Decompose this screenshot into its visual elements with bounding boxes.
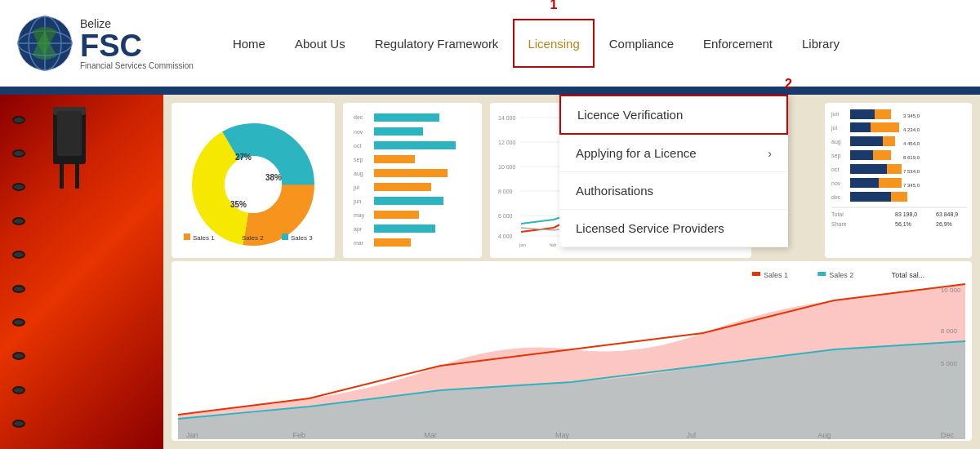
dropdown-licence-verification-label: Licence Verification [577, 108, 683, 122]
svg-rect-110 [817, 272, 826, 276]
svg-text:7 534,0: 7 534,0 [903, 169, 920, 174]
svg-text:4 000: 4 000 [498, 233, 513, 239]
logo-subtitle: Financial Services Commission [80, 61, 194, 70]
svg-text:mar: mar [354, 240, 364, 246]
dropdown-licensed-providers[interactable]: Licensed Service Providers [559, 210, 788, 247]
data-table-chart: jun jul aug sep oct nov dec [830, 108, 969, 255]
spiral-ring [12, 420, 25, 428]
svg-text:Aug: Aug [817, 431, 831, 439]
bar-chart-container: dec nov oct sep aug jul jun may apr mar [343, 103, 482, 258]
svg-rect-108 [752, 272, 760, 276]
svg-rect-81 [879, 178, 902, 188]
svg-text:6 000: 6 000 [498, 213, 513, 219]
svg-rect-8 [75, 164, 79, 189]
spiral-ring [12, 217, 25, 225]
svg-rect-7 [60, 164, 64, 189]
svg-text:sep: sep [354, 157, 363, 163]
svg-rect-38 [374, 211, 419, 219]
svg-text:may: may [354, 212, 365, 219]
svg-text:63 848,9: 63 848,9 [936, 211, 958, 217]
dropdown-authorisations-label: Authorisations [576, 184, 653, 198]
svg-text:10 000: 10 000 [941, 287, 961, 294]
fsc-logo-icon [16, 15, 74, 72]
svg-rect-28 [374, 141, 456, 149]
data-table-container: jun jul aug sep oct nov dec [825, 103, 972, 258]
svg-rect-75 [873, 150, 891, 160]
svg-text:3 345,0: 3 345,0 [903, 113, 920, 118]
svg-rect-72 [883, 136, 895, 146]
svg-text:dec: dec [354, 114, 363, 120]
dropdown-licence-verification[interactable]: Licence Verification [559, 95, 788, 135]
svg-text:83 198,0: 83 198,0 [895, 211, 917, 217]
nav-licensing-label: Licensing [528, 37, 579, 51]
svg-text:14 000: 14 000 [498, 115, 516, 121]
svg-text:7 345,0: 7 345,0 [903, 183, 920, 188]
svg-text:Mar: Mar [424, 431, 437, 439]
spiral-ring [12, 251, 25, 259]
svg-rect-66 [875, 109, 891, 119]
logo-text: Belize FSC Financial Services Commission [80, 17, 194, 70]
blue-divider-bar [0, 90, 980, 95]
nav-licensing[interactable]: 1 Licensing [513, 19, 594, 68]
notebook-left [0, 95, 163, 449]
svg-rect-80 [850, 178, 879, 188]
svg-rect-77 [850, 164, 887, 174]
svg-text:Dec: Dec [941, 431, 955, 439]
svg-rect-34 [374, 183, 431, 191]
nav-enforcement[interactable]: Enforcement [688, 0, 787, 88]
svg-rect-65 [850, 109, 875, 119]
svg-text:jan: jan [519, 242, 526, 247]
svg-rect-19 [233, 233, 239, 240]
svg-text:Sales 2: Sales 2 [829, 271, 853, 279]
svg-text:nov: nov [831, 180, 841, 186]
logo-area: Belize FSC Financial Services Commission [16, 15, 194, 72]
dropdown-applying-for-licence[interactable]: Applying for a Licence › [559, 135, 788, 172]
pie-chart: 27% 38% 35% Sales 1 Sales 2 Sales 3 [180, 111, 327, 250]
svg-text:May: May [555, 431, 570, 439]
svg-text:27%: 27% [235, 153, 252, 162]
svg-rect-71 [850, 136, 883, 146]
spiral-ring [12, 386, 25, 394]
svg-rect-84 [891, 192, 907, 202]
svg-text:38%: 38% [265, 173, 282, 182]
nav-regulatory[interactable]: Regulatory Framework [360, 0, 514, 88]
logo-fsc: FSC [80, 30, 194, 61]
svg-text:8 619,0: 8 619,0 [903, 155, 920, 160]
svg-rect-24 [374, 113, 439, 122]
spiral-ring [12, 285, 25, 293]
main-nav: Home About Us Regulatory Framework 1 Lic… [218, 0, 964, 88]
svg-text:35%: 35% [230, 200, 247, 209]
annotation-1: 1 [550, 0, 558, 12]
nav-home[interactable]: Home [218, 0, 280, 88]
svg-text:sep: sep [831, 153, 840, 159]
spiral-ring [12, 183, 25, 191]
svg-text:Sales 1: Sales 1 [764, 271, 788, 279]
svg-text:aug: aug [354, 171, 363, 177]
svg-rect-78 [887, 164, 902, 174]
spiral-ring [12, 318, 25, 327]
dropdown-arrow-icon: › [768, 147, 772, 160]
svg-text:dec: dec [831, 194, 841, 200]
svg-text:apr: apr [354, 226, 363, 233]
svg-text:aug: aug [831, 139, 841, 145]
svg-text:jun: jun [831, 111, 839, 118]
nav-compliance[interactable]: Compliance [595, 0, 688, 88]
svg-text:Jan: Jan [186, 431, 198, 439]
svg-rect-36 [374, 197, 443, 205]
annotation-2: 2 [785, 77, 792, 91]
svg-rect-21 [282, 233, 288, 240]
svg-text:Sales 2: Sales 2 [242, 234, 264, 242]
svg-rect-74 [850, 150, 873, 160]
nav-library[interactable]: Library [787, 0, 854, 88]
nav-about[interactable]: About Us [280, 0, 360, 88]
svg-text:Sales 3: Sales 3 [291, 234, 313, 242]
bottom-area-chart: Jan Feb Mar May Jul Aug Dec 10 000 8 000… [178, 268, 965, 439]
svg-text:Feb: Feb [293, 431, 306, 439]
dropdown-authorisations[interactable]: Authorisations [559, 172, 788, 210]
svg-rect-17 [184, 233, 190, 240]
spiral-ring [12, 352, 25, 360]
svg-text:jul: jul [831, 125, 837, 131]
svg-text:4 454,0: 4 454,0 [903, 141, 920, 146]
svg-text:jun: jun [353, 198, 361, 205]
svg-text:feb: feb [550, 242, 557, 247]
